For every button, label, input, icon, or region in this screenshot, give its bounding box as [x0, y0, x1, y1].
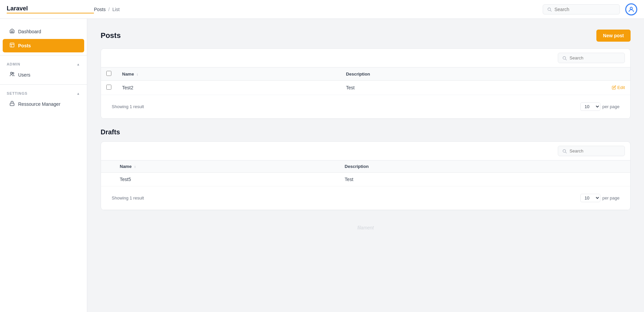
- breadcrumb: Posts / List: [94, 7, 543, 12]
- breadcrumb-posts: Posts: [94, 7, 106, 12]
- svg-line-10: [566, 59, 567, 60]
- posts-header-description: Description: [341, 68, 630, 81]
- drafts-per-page-dropdown[interactable]: 10 25 50 100: [580, 194, 600, 202]
- svg-line-1: [550, 10, 551, 11]
- row-checkbox[interactable]: [106, 85, 111, 90]
- topbar-search-box[interactable]: [543, 4, 620, 14]
- avatar: [625, 3, 637, 15]
- posts-table-card: Name ↕ Description Test2: [101, 48, 631, 119]
- drafts-header-checkbox-col: [101, 161, 114, 173]
- drafts-table: Name ↕ Description Test5 Test: [101, 160, 630, 210]
- table-row: Test2 Test Edit: [101, 81, 630, 95]
- posts-table-footer: Showing 1 result 10 25 50 100: [101, 95, 630, 119]
- draft-row-checkbox-col: [101, 173, 114, 186]
- filament-footer: filament: [101, 220, 631, 236]
- new-post-button[interactable]: New post: [596, 30, 631, 42]
- draft-row-name: Test5: [114, 173, 339, 186]
- posts-table: Name ↕ Description Test2: [101, 67, 630, 119]
- posts-search-input[interactable]: [570, 55, 621, 60]
- drafts-name-sort-icon: ↕: [134, 165, 136, 169]
- posts-header-name[interactable]: Name ↕: [117, 68, 341, 81]
- posts-header-checkbox-col: [101, 68, 117, 81]
- row-name: Test2: [117, 81, 341, 95]
- page-header: Posts New post: [101, 30, 631, 42]
- sidebar-item-posts-label: Posts: [18, 43, 31, 48]
- svg-rect-3: [10, 43, 14, 47]
- edit-button[interactable]: Edit: [612, 85, 625, 90]
- posts-table-footer-row: Showing 1 result 10 25 50 100: [101, 95, 630, 119]
- posts-table-toolbar: [101, 49, 630, 67]
- sidebar-item-resource-manager-label: Ressource Manager: [18, 101, 60, 107]
- sidebar-item-resource-manager[interactable]: Ressource Manager: [3, 97, 84, 111]
- drafts-section-title: Drafts: [101, 128, 631, 136]
- table-row: Test5 Test: [101, 173, 630, 186]
- topbar-search-input[interactable]: [554, 7, 615, 12]
- drafts-header-description: Description: [339, 161, 630, 173]
- sidebar-item-users-label: Users: [18, 72, 31, 78]
- main-content: Posts New post: [87, 19, 644, 312]
- svg-point-2: [630, 7, 633, 9]
- drafts-per-page-select[interactable]: 10 25 50 100 per page: [580, 194, 620, 202]
- posts-table-header-row: Name ↕ Description: [101, 68, 630, 81]
- search-icon: [547, 7, 552, 12]
- sidebar-item-users[interactable]: Users: [3, 68, 84, 82]
- drafts-per-page-label: per page: [602, 195, 620, 200]
- drafts-table-toolbar: [101, 142, 630, 160]
- draft-row-description: Test: [339, 173, 630, 186]
- chevron-up-icon[interactable]: ▲: [76, 62, 80, 66]
- filament-label: filament: [357, 225, 374, 230]
- edit-icon: [612, 85, 616, 90]
- brand-name: Laravel: [7, 5, 94, 13]
- row-checkbox-col: [101, 81, 117, 95]
- row-description: Test Edit: [341, 81, 630, 95]
- posts-icon: [9, 42, 15, 49]
- sidebar: Dashboard Posts ADMIN ▲ Users SETTINGS ▲: [0, 19, 87, 312]
- drafts-table-footer: Showing 1 result 10 25 50 100: [101, 186, 630, 210]
- sidebar-item-posts[interactable]: Posts: [3, 39, 84, 52]
- drafts-search-input[interactable]: [570, 148, 621, 153]
- drafts-table-card: Name ↕ Description Test5 Test: [101, 141, 631, 210]
- sidebar-section-admin: ADMIN ▲: [0, 58, 87, 68]
- posts-per-page-dropdown[interactable]: 10 25 50 100: [580, 102, 600, 111]
- layout: Dashboard Posts ADMIN ▲ Users SETTINGS ▲: [0, 19, 644, 312]
- sidebar-item-dashboard[interactable]: Dashboard: [3, 25, 84, 38]
- name-sort-icon: ↕: [137, 73, 138, 76]
- users-icon: [9, 72, 15, 78]
- chevron-up-icon-2[interactable]: ▲: [76, 92, 80, 95]
- posts-per-page-select[interactable]: 10 25 50 100 per page: [580, 102, 620, 111]
- posts-showing-result: Showing 1 result: [112, 104, 144, 109]
- breadcrumb-sep: /: [108, 7, 110, 12]
- svg-rect-8: [10, 103, 14, 105]
- svg-line-12: [566, 152, 567, 153]
- posts-select-all-checkbox[interactable]: [106, 71, 111, 76]
- drafts-table-footer-row: Showing 1 result 10 25 50 100: [101, 186, 630, 210]
- breadcrumb-list: List: [112, 7, 120, 12]
- sidebar-item-dashboard-label: Dashboard: [18, 29, 41, 34]
- posts-per-page-label: per page: [602, 104, 620, 109]
- drafts-search-icon: [562, 149, 567, 153]
- drafts-table-header-row: Name ↕ Description: [101, 161, 630, 173]
- topbar: Laravel Posts / List: [0, 0, 644, 19]
- home-icon: [9, 28, 15, 35]
- drafts-search-box[interactable]: [558, 146, 625, 156]
- svg-point-6: [10, 72, 12, 74]
- sidebar-divider-admin: [0, 55, 87, 55]
- posts-search-box[interactable]: [558, 53, 625, 63]
- sidebar-divider-settings: [0, 84, 87, 85]
- drafts-showing-result: Showing 1 result: [112, 195, 144, 200]
- lock-icon: [9, 101, 15, 107]
- drafts-header-name[interactable]: Name ↕: [114, 161, 339, 173]
- sidebar-section-settings: SETTINGS ▲: [0, 87, 87, 97]
- svg-point-7: [12, 73, 14, 74]
- page-title: Posts: [101, 31, 121, 40]
- posts-search-icon: [562, 56, 567, 60]
